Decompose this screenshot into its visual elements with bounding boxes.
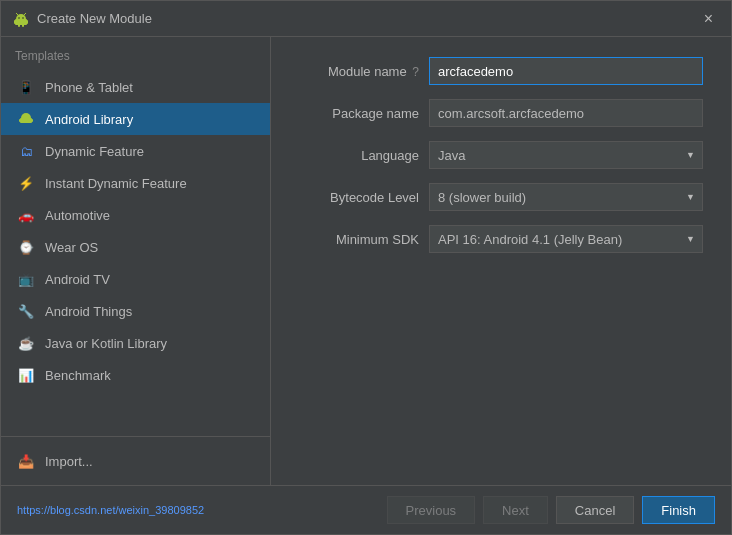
sidebar-item-java-kotlin[interactable]: ☕ Java or Kotlin Library xyxy=(1,327,270,359)
module-name-help-icon[interactable]: ? xyxy=(412,65,419,79)
sidebar-item-dynamic-feature-label: Dynamic Feature xyxy=(45,144,144,159)
svg-rect-3 xyxy=(18,24,20,27)
sidebar-item-instant-dynamic-feature[interactable]: ⚡ Instant Dynamic Feature xyxy=(1,167,270,199)
sidebar-item-import-label: Import... xyxy=(45,454,93,469)
footer: https://blog.csdn.net/weixin_39809852 Pr… xyxy=(1,485,731,534)
watermark: https://blog.csdn.net/weixin_39809852 xyxy=(17,504,204,516)
sidebar-item-wear-os[interactable]: ⌚ Wear OS xyxy=(1,231,270,263)
dynamic-feature-icon: 🗂 xyxy=(17,142,35,160)
min-sdk-select[interactable]: API 16: Android 4.1 (Jelly Bean) API 21:… xyxy=(429,225,703,253)
sidebar-item-import[interactable]: 📥 Import... xyxy=(1,445,270,477)
language-row: Language Java Kotlin xyxy=(299,141,703,169)
sidebar-item-benchmark-label: Benchmark xyxy=(45,368,111,383)
sidebar-item-phone-tablet-label: Phone & Tablet xyxy=(45,80,133,95)
svg-rect-0 xyxy=(15,19,27,25)
svg-rect-10 xyxy=(19,119,21,122)
sidebar-item-java-kotlin-label: Java or Kotlin Library xyxy=(45,336,167,351)
import-icon: 📥 xyxy=(17,452,35,470)
module-name-label: Module name ? xyxy=(299,64,419,79)
finish-button[interactable]: Finish xyxy=(642,496,715,524)
cancel-button[interactable]: Cancel xyxy=(556,496,634,524)
next-button[interactable]: Next xyxy=(483,496,548,524)
bytecode-label: Bytecode Level xyxy=(299,190,419,205)
module-name-input[interactable] xyxy=(429,57,703,85)
svg-line-8 xyxy=(24,13,26,15)
sidebar-item-benchmark[interactable]: 📊 Benchmark xyxy=(1,359,270,391)
android-things-icon: 🔧 xyxy=(17,302,35,320)
svg-line-7 xyxy=(16,13,18,15)
sidebar-item-android-things[interactable]: 🔧 Android Things xyxy=(1,295,270,327)
benchmark-icon: 📊 xyxy=(17,366,35,384)
bytecode-select-wrapper: 8 (slower build) 7 6 xyxy=(429,183,703,211)
svg-point-5 xyxy=(18,17,20,19)
module-name-row: Module name ? xyxy=(299,57,703,85)
sidebar-item-android-things-label: Android Things xyxy=(45,304,132,319)
svg-point-6 xyxy=(22,17,24,19)
package-name-row: Package name xyxy=(299,99,703,127)
svg-rect-11 xyxy=(31,119,33,122)
svg-rect-1 xyxy=(14,20,16,24)
right-panel: Module name ? Package name Language Java… xyxy=(271,37,731,485)
language-select[interactable]: Java Kotlin xyxy=(429,141,703,169)
previous-button[interactable]: Previous xyxy=(387,496,476,524)
package-name-label: Package name xyxy=(299,106,419,121)
min-sdk-label: Minimum SDK xyxy=(299,232,419,247)
dialog-title: Create New Module xyxy=(37,11,152,26)
android-library-icon xyxy=(17,110,35,128)
sidebar-item-automotive-label: Automotive xyxy=(45,208,110,223)
title-bar: Create New Module × xyxy=(1,1,731,37)
android-icon xyxy=(13,11,29,27)
min-sdk-select-wrapper: API 16: Android 4.1 (Jelly Bean) API 21:… xyxy=(429,225,703,253)
sidebar: Templates 📱 Phone & Tablet Android Libra… xyxy=(1,37,271,485)
instant-dynamic-feature-icon: ⚡ xyxy=(17,174,35,192)
language-label: Language xyxy=(299,148,419,163)
main-content: Templates 📱 Phone & Tablet Android Libra… xyxy=(1,37,731,485)
wear-os-icon: ⌚ xyxy=(17,238,35,256)
create-new-module-dialog: Create New Module × Templates 📱 Phone & … xyxy=(0,0,732,535)
sidebar-item-instant-dynamic-feature-label: Instant Dynamic Feature xyxy=(45,176,187,191)
svg-rect-4 xyxy=(22,24,24,27)
java-kotlin-icon: ☕ xyxy=(17,334,35,352)
svg-rect-9 xyxy=(20,118,32,123)
automotive-icon: 🚗 xyxy=(17,206,35,224)
android-tv-icon: 📺 xyxy=(17,270,35,288)
sidebar-item-dynamic-feature[interactable]: 🗂 Dynamic Feature xyxy=(1,135,270,167)
phone-tablet-icon: 📱 xyxy=(17,78,35,96)
sidebar-item-automotive[interactable]: 🚗 Automotive xyxy=(1,199,270,231)
language-select-wrapper: Java Kotlin xyxy=(429,141,703,169)
close-button[interactable]: × xyxy=(698,9,719,29)
title-bar-left: Create New Module xyxy=(13,11,152,27)
sidebar-item-android-tv-label: Android TV xyxy=(45,272,110,287)
sidebar-item-android-library-label: Android Library xyxy=(45,112,133,127)
sidebar-item-android-tv[interactable]: 📺 Android TV xyxy=(1,263,270,295)
sidebar-item-phone-tablet[interactable]: 📱 Phone & Tablet xyxy=(1,71,270,103)
sidebar-bottom: 📥 Import... xyxy=(1,436,270,485)
min-sdk-row: Minimum SDK API 16: Android 4.1 (Jelly B… xyxy=(299,225,703,253)
sidebar-section-label: Templates xyxy=(1,37,270,71)
bytecode-select[interactable]: 8 (slower build) 7 6 xyxy=(429,183,703,211)
sidebar-item-wear-os-label: Wear OS xyxy=(45,240,98,255)
sidebar-item-android-library[interactable]: Android Library xyxy=(1,103,270,135)
svg-rect-2 xyxy=(26,20,28,24)
package-name-input[interactable] xyxy=(429,99,703,127)
bytecode-row: Bytecode Level 8 (slower build) 7 6 xyxy=(299,183,703,211)
